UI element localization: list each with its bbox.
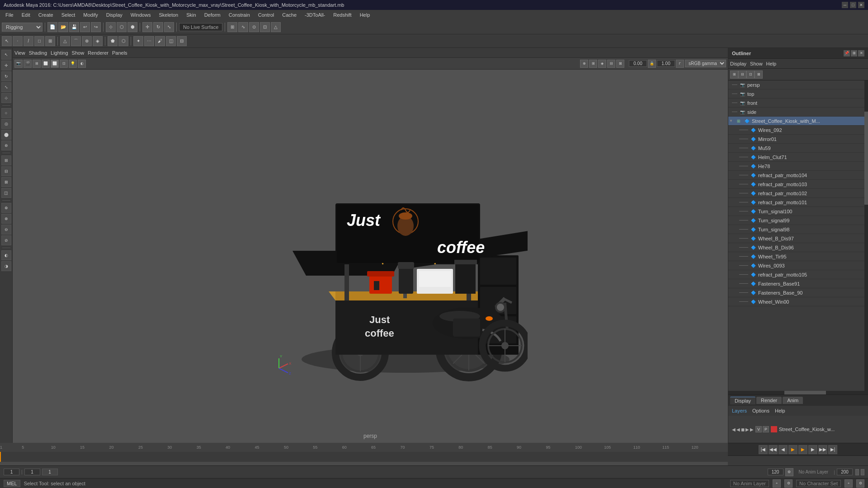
snap-curve-button[interactable]: ⊖ [1, 225, 11, 235]
outliner-menu-show[interactable]: Show [750, 61, 763, 66]
vt-light-button[interactable]: 💡 [69, 60, 77, 68]
visibility-p-button[interactable]: P [763, 426, 769, 432]
outliner-item-refract104[interactable]: 🔷 refract_patr_motto104 [728, 171, 864, 180]
menu-file[interactable]: File [2, 11, 17, 19]
outliner-item-mirror01[interactable]: 🔷 Mirror01 [728, 135, 864, 144]
outliner-item-wheelwin00[interactable]: 🔷 Wheel_Win00 [728, 297, 864, 306]
expand-arrow-main[interactable]: ▼ [729, 119, 734, 123]
vt-gamma-button[interactable]: Γ [676, 60, 684, 68]
vt-hud-button[interactable]: ⊠ [616, 60, 624, 68]
outliner-item-fasteners91[interactable]: 🔷 Fasteners_Base91 [728, 279, 864, 288]
step-back-button[interactable]: ◀◀ [769, 445, 778, 454]
anim-layer-options-button[interactable]: ⚙ [784, 479, 793, 488]
paint-skin-button[interactable]: 🖌 [155, 36, 165, 46]
snap-curve-button[interactable]: ∿ [238, 22, 248, 32]
outliner-item-refract102[interactable]: 🔷 refract_patr_motto102 [728, 189, 864, 198]
edge-select-button[interactable]: / [24, 36, 33, 46]
outliner-menu-display[interactable]: Display [730, 61, 746, 66]
outliner-tb-btn3[interactable]: ⊡ [746, 70, 755, 79]
outliner-subtab-layers[interactable]: Layers [730, 408, 749, 414]
outliner-item-wheelbdis97[interactable]: 🔷 Wheel_B_Dis97 [728, 234, 864, 243]
anim-layer-add-button[interactable]: + [773, 479, 781, 488]
paint-select-button[interactable]: ⬢ [127, 22, 137, 32]
layer-nav-forward[interactable]: ▶ [750, 427, 754, 432]
soft-mod-button[interactable]: ○ [1, 108, 11, 118]
menu-edit[interactable]: Edit [18, 11, 34, 19]
outliner-tb-btn2[interactable]: ⊟ [738, 70, 746, 79]
menu-select[interactable]: Select [58, 11, 79, 19]
outliner-item-turn100[interactable]: 🔷 Turn_signal100 [728, 207, 864, 216]
new-scene-button[interactable]: 📄 [47, 22, 57, 32]
menu-deform[interactable]: Deform [201, 11, 224, 19]
outliner-item-mu59[interactable]: 🔷 Mu59 [728, 144, 864, 153]
next-frame-button[interactable]: ▶ [808, 445, 817, 454]
universal-manip-button[interactable]: ⊹ [1, 93, 11, 103]
menu-modify[interactable]: Modify [80, 11, 101, 19]
outliner-tb-btn4[interactable]: ⊠ [755, 70, 763, 79]
move-button[interactable]: ✛ [1, 61, 11, 70]
char-set-options-button[interactable]: ⚙ [856, 479, 864, 488]
outliner-list[interactable]: 📷 persp 📷 top 📷 front [728, 80, 868, 391]
layer-nav-stop[interactable]: ◼ [741, 427, 745, 432]
move-tool-button[interactable]: ✛ [142, 22, 152, 32]
vt-iso-button[interactable]: ◈ [598, 60, 606, 68]
minimize-button[interactable]: ─ [842, 2, 848, 8]
outliner-expand-button[interactable]: ⊞ [851, 50, 857, 56]
menu-display[interactable]: Display [103, 11, 126, 19]
outliner-item-refract103[interactable]: 🔷 refract_patr_motto103 [728, 180, 864, 189]
joint-tool-button[interactable]: ✦ [133, 36, 143, 46]
outliner-subtab-help[interactable]: Help [773, 408, 787, 414]
quick-select-button[interactable]: ⊘ [1, 235, 11, 245]
viewport-menu-shading[interactable]: Shading [29, 50, 47, 56]
vt-grid-button[interactable]: ⊟ [607, 60, 615, 68]
outliner-item-front[interactable]: 📷 front [728, 99, 864, 108]
vt-wireframe-button[interactable]: ⊞ [33, 60, 41, 68]
undo-button[interactable]: ↩ [80, 22, 90, 32]
outliner-item-he78[interactable]: 🔷 He78 [728, 162, 864, 171]
visibility-v-button[interactable]: V [755, 426, 762, 432]
menu-3dtoall[interactable]: -3DToAll- [301, 11, 329, 19]
current-frame-field[interactable] [4, 469, 19, 475]
snap-view-button[interactable]: ⊡ [260, 22, 270, 32]
prev-frame-button[interactable]: ◀ [778, 445, 788, 454]
display-type3-button[interactable]: ⊠ [1, 177, 11, 187]
layer-nav-left[interactable]: ◀ [732, 427, 736, 432]
end-frame-field[interactable] [768, 469, 783, 475]
select-tool-button[interactable]: ⊹ [106, 22, 116, 32]
vt-camera-button[interactable]: 📷 [14, 60, 23, 68]
menu-skeleton[interactable]: Skeleton [155, 11, 182, 19]
extrude-button[interactable]: ⊕ [82, 36, 92, 46]
menu-redshift[interactable]: Redshift [330, 11, 355, 19]
select-lasso-button[interactable]: ⬡ [117, 22, 127, 32]
display-type4-button[interactable]: ◫ [1, 188, 11, 198]
outliner-item-fasteners90[interactable]: 🔷 Fasteners_Base_90 [728, 288, 864, 297]
step-fwd-button[interactable]: ▶▶ [818, 445, 827, 454]
paint-button[interactable]: ⬤ [1, 130, 11, 140]
rotate-tool-button[interactable]: ↻ [153, 22, 163, 32]
outliner-item-turn98[interactable]: 🔷 Turn_signal98 [728, 225, 864, 234]
menu-control[interactable]: Control [255, 11, 278, 19]
layer-nav-right2[interactable]: ▶ [745, 427, 749, 432]
char-set-add-button[interactable]: + [844, 479, 853, 488]
object-color-swatch[interactable] [771, 426, 777, 432]
gamma-value-field[interactable] [657, 60, 675, 67]
save-scene-button[interactable]: 💾 [69, 22, 79, 32]
outliner-item-refract101[interactable]: 🔷 refract_patr_motto101 [728, 198, 864, 207]
rotate-button[interactable]: ↻ [1, 71, 11, 81]
snap-grid-button[interactable]: ⊞ [227, 22, 237, 32]
uv-select-button[interactable]: ⊞ [45, 36, 55, 46]
frame-range-btn[interactable] [855, 469, 859, 475]
outliner-item-top[interactable]: 📷 top [728, 89, 864, 99]
show-button[interactable]: ◑ [1, 261, 11, 271]
selection-mode-button[interactable]: ↖ [2, 36, 12, 46]
menu-skin[interactable]: Skin [183, 11, 199, 19]
snap-magnet-button[interactable]: ⊗ [1, 214, 11, 224]
outliner-close-button[interactable]: ✕ [858, 50, 864, 56]
display-type1-button[interactable]: ⊞ [1, 155, 11, 165]
viewport-menu-view[interactable]: View [14, 50, 25, 56]
viewport-menu-lighting[interactable]: Lighting [51, 50, 68, 56]
frame-keyframe-button[interactable]: 1 [42, 469, 58, 475]
outliner-scrollbar[interactable] [864, 80, 868, 391]
mel-badge[interactable]: MEL [4, 480, 20, 487]
outliner-item-persp[interactable]: 📷 persp [728, 80, 864, 89]
